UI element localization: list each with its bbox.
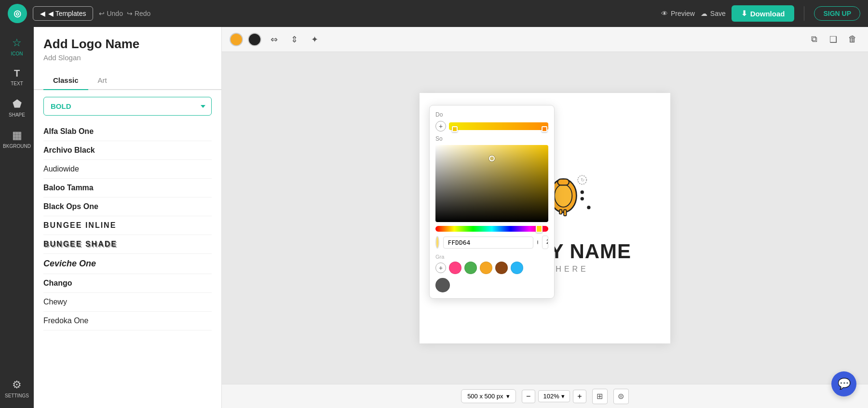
panel-header: Add Logo Name Add Slogan [34, 27, 221, 66]
swatches-row: + [435, 262, 548, 274]
swatch-dark[interactable] [435, 278, 450, 292]
app-logo[interactable]: ◎ [8, 4, 27, 23]
save-icon: ☁ [701, 10, 707, 17]
templates-label: ◀ Templates [48, 10, 86, 17]
primary-color-swatch[interactable] [230, 33, 243, 46]
hex-input[interactable] [443, 237, 533, 249]
add-gradient-stop-button[interactable]: + [435, 121, 446, 132]
logo-icon: ◎ [14, 8, 21, 19]
picker-section-do: Do [435, 111, 548, 118]
undo-button[interactable]: ↩ Undo [99, 10, 122, 17]
chat-button[interactable]: 💬 [831, 371, 856, 396]
font-item-ceviche-one[interactable]: Ceviche One [43, 254, 212, 274]
swatch-orange[interactable] [480, 262, 492, 274]
preview-button[interactable]: 👁 Preview [661, 10, 695, 17]
download-button[interactable]: ⬇ Download [732, 5, 795, 22]
font-list: Alfa Slab One Archivo Black Audiowide Ba… [34, 122, 221, 408]
canvas-toolbar: ⇔ ⇕ ✦ ⧉ ❑ 🗑 [222, 27, 868, 52]
font-item-baloo-tamma[interactable]: Baloo Tamma [43, 179, 212, 197]
svg-point-11 [555, 184, 572, 207]
gradient-strip[interactable] [449, 122, 548, 130]
dot-separator [537, 240, 538, 244]
sidebar-label-text: TEXT [11, 81, 23, 86]
sidebar-label-settings: SETTINGS [5, 393, 29, 398]
templates-button[interactable]: ◀ ◀ Templates [33, 6, 93, 21]
gradient-handle-right[interactable] [542, 126, 547, 132]
secondary-color-swatch[interactable] [248, 33, 261, 46]
font-item-black-ops[interactable]: Black Ops One [43, 197, 212, 216]
svg-text:↻: ↻ [581, 177, 584, 183]
flip-h-icon[interactable]: ⇔ [266, 32, 282, 47]
zoom-value[interactable]: 102% ▾ [538, 390, 570, 402]
left-panel: Add Logo Name Add Slogan Classic Art BOL… [34, 27, 222, 408]
font-item-alfa-slab[interactable]: Alfa Slab One [43, 122, 212, 141]
font-item-archivo-black[interactable]: Archivo Black [43, 141, 212, 160]
sidebar-item-settings[interactable]: ⚙ SETTINGS [2, 374, 32, 403]
duplicate-icon[interactable]: ❑ [826, 32, 841, 47]
font-item-chango[interactable]: Chango [43, 274, 212, 293]
size-dropdown-icon: ▾ [506, 393, 510, 400]
swatch-brown[interactable] [495, 262, 508, 274]
preview-icon: 👁 [661, 10, 668, 17]
size-selector[interactable]: 500 x 500 px ▾ [461, 389, 515, 403]
layers-icon[interactable]: ⧉ [806, 32, 822, 47]
hex-row: 270 ▲ ▼ [435, 236, 548, 249]
shape-icon: ⬟ [13, 98, 22, 110]
canvas-area: ⇔ ⇕ ✦ ⧉ ❑ 🗑 [222, 27, 868, 408]
undo-redo-group: ↩ Undo ↪ Redo [99, 10, 150, 17]
opacity-spinbox: 270 ▲ ▼ [542, 236, 548, 249]
back-icon: ◀ [40, 10, 45, 17]
zoom-in-button[interactable]: + [573, 390, 586, 403]
size-label: 500 x 500 px [467, 393, 503, 400]
sidebar-label-shape: SHAPE [9, 112, 25, 118]
zoom-chevron-icon: ▾ [561, 393, 565, 400]
flip-v-icon[interactable]: ⇕ [286, 32, 302, 47]
sidebar-label-bkground: BKGROUND [3, 144, 31, 149]
font-item-audiowide[interactable]: Audiowide [43, 160, 212, 179]
svg-point-19 [587, 206, 590, 209]
tab-art[interactable]: Art [88, 71, 117, 90]
add-swatch-button[interactable]: + [435, 263, 446, 273]
save-button[interactable]: ☁ Save [701, 10, 726, 17]
swatch-blue[interactable] [511, 262, 523, 274]
settings-icon: ⚙ [12, 379, 22, 391]
align-button[interactable]: ⊜ [613, 389, 629, 404]
font-item-chewy[interactable]: Chewy [43, 293, 212, 312]
canvas-bottom: 500 x 500 px ▾ − 102% ▾ + ⊞ ⊜ [222, 384, 868, 408]
svg-rect-12 [557, 179, 569, 185]
svg-rect-14 [564, 210, 566, 216]
sidebar-item-bkground[interactable]: ▦ BKGROUND [2, 124, 32, 154]
extra-swatch-row [435, 278, 548, 292]
sidebar-item-icon[interactable]: ☆ ICON [2, 32, 32, 61]
tab-classic[interactable]: Classic [43, 71, 88, 90]
right-tools: ⧉ ❑ 🗑 [806, 32, 860, 47]
magic-icon[interactable]: ✦ [307, 32, 322, 47]
svg-point-17 [581, 190, 584, 194]
font-item-bungee-shade[interactable]: BUNGEE SHADE [43, 235, 212, 254]
divider [804, 6, 804, 21]
signup-button[interactable]: SIGN UP [814, 6, 860, 21]
color-spectrum[interactable] [435, 145, 548, 222]
redo-button[interactable]: ↪ Redo [127, 10, 150, 17]
opacity-value: 270 [542, 236, 548, 249]
canvas-content[interactable]: P ↻ [222, 52, 868, 384]
gradient-handle-left[interactable] [452, 126, 458, 132]
main-layout: ☆ ICON T TEXT ⬟ SHAPE ▦ BKGROUND ⚙ SETTI… [0, 27, 868, 408]
sidebar-item-shape[interactable]: ⬟ SHAPE [2, 93, 32, 122]
font-style-dropdown[interactable]: BOLD REGULAR ITALIC [43, 97, 212, 116]
svg-rect-13 [559, 210, 562, 214]
spectrum-cursor [489, 156, 495, 161]
grid-button[interactable]: ⊞ [592, 389, 608, 404]
gradient-bar-row: + [435, 121, 548, 132]
delete-icon[interactable]: 🗑 [845, 32, 860, 47]
topbar: ◎ ◀ ◀ Templates ↩ Undo ↪ Redo 👁 Preview … [0, 0, 868, 27]
hue-strip[interactable] [435, 226, 548, 232]
font-item-bungee-inline[interactable]: BUNGEE INLINE [43, 216, 212, 235]
swatch-green[interactable] [464, 262, 477, 274]
swatch-pink[interactable] [449, 262, 461, 274]
zoom-out-button[interactable]: − [522, 390, 535, 403]
tabs-row: Classic Art [34, 71, 221, 90]
sidebar-item-text[interactable]: T TEXT [2, 63, 32, 91]
dropdown-row: BOLD REGULAR ITALIC [34, 90, 221, 122]
font-item-fredoka-one[interactable]: Fredoka One [43, 312, 212, 330]
